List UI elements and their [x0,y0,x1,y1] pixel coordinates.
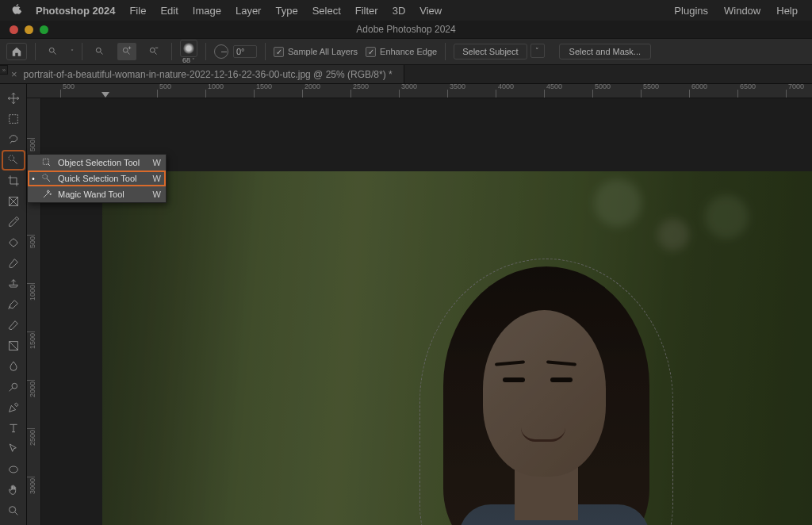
svg-point-9 [12,383,17,389]
zoom-tool[interactable] [2,501,25,520]
eyedropper-tool[interactable] [2,213,25,232]
svg-rect-4 [9,115,17,124]
magic-wand-icon [40,188,53,201]
enhance-edge-checkbox[interactable]: ✓Enhance Edge [366,47,437,57]
svg-point-2 [123,48,128,52]
apple-menu[interactable] [11,3,21,17]
flyout-object-selection[interactable]: Object Selection Tool W [28,155,166,171]
svg-point-13 [43,174,48,179]
path-selection-tool[interactable] [2,439,25,458]
menu-help[interactable]: Help [776,5,798,17]
pen-tool[interactable] [2,398,25,417]
healing-brush-tool[interactable] [2,233,25,252]
brush-angle-input[interactable] [233,45,257,58]
tools-panel: Object Selection Tool W • Quick Selectio… [0,84,27,525]
frame-tool[interactable] [2,192,25,211]
dodge-tool[interactable] [2,377,25,397]
menu-select[interactable]: Select [312,5,341,17]
svg-point-3 [150,48,155,52]
flyout-magic-wand[interactable]: Magic Wand Tool W [28,186,166,202]
app-name[interactable]: Photoshop 2024 [36,5,115,17]
eraser-tool[interactable] [2,316,25,335]
ruler-marker [102,92,109,98]
window-zoom-button[interactable] [40,25,48,34]
close-tab-icon[interactable]: × [11,68,17,80]
brush-picker[interactable]: 68 ˅ [180,40,197,64]
menu-image[interactable]: Image [193,5,221,17]
blur-tool[interactable] [2,357,25,376]
type-tool[interactable] [2,419,25,438]
select-and-mask-button[interactable]: Select and Mask... [559,44,652,59]
window-title: Adobe Photoshop 2024 [356,24,455,35]
lasso-tool[interactable] [2,130,25,149]
panel-expand-toggle[interactable]: ›› [0,65,8,75]
window-titlebar: Adobe Photoshop 2024 [0,21,812,38]
menu-type[interactable]: Type [275,5,297,17]
history-brush-tool[interactable] [2,295,25,314]
home-icon [11,46,22,57]
window-minimize-button[interactable] [25,25,33,34]
svg-point-1 [96,48,101,52]
svg-rect-7 [9,238,17,247]
menu-edit[interactable]: Edit [160,5,178,17]
brush-tool[interactable] [2,254,25,273]
home-button[interactable] [6,43,27,60]
svg-point-11 [9,507,15,513]
document-tab-row: × portrait-of-a-beautiful-woman-in-natur… [0,65,812,84]
move-tool[interactable] [2,89,25,108]
tool-preset-picker[interactable] [44,43,63,60]
gradient-tool[interactable] [2,336,25,355]
menu-view[interactable]: View [419,5,442,17]
menu-plugins[interactable]: Plugins [674,5,708,17]
quick-selection-tool[interactable] [2,151,25,170]
quick-selection-icon [40,172,53,185]
shape-tool[interactable] [2,460,25,479]
menu-filter[interactable]: Filter [355,5,378,17]
select-subject-button[interactable]: Select Subject [454,44,527,59]
document-tab-label: portrait-of-a-beautiful-woman-in-nature-… [24,69,393,80]
clone-stamp-tool[interactable] [2,274,25,293]
sample-all-layers-checkbox[interactable]: ✓Sample All Layers [274,47,358,57]
options-bar: ˅ 68 ˅ ✓Sample All Layers ✓Enhance Edge … [0,38,812,65]
document-tab[interactable]: × portrait-of-a-beautiful-woman-in-natur… [0,65,404,83]
apple-logo-icon [11,3,21,15]
object-selection-icon [40,156,53,169]
menu-window[interactable]: Window [724,5,760,17]
svg-point-5 [9,155,14,161]
hand-tool[interactable] [2,481,25,500]
brush-angle-dial[interactable] [214,44,228,59]
horizontal-ruler[interactable]: 500 500 1000 1500 2000 2500 3000 3500 40… [27,84,812,98]
flyout-quick-selection[interactable]: • Quick Selection Tool W [28,171,166,186]
selection-tool-flyout: Object Selection Tool W • Quick Selectio… [27,154,167,203]
menu-layer[interactable]: Layer [236,5,262,17]
svg-point-0 [49,48,54,52]
subtract-from-selection-button[interactable] [144,43,163,60]
crop-tool[interactable] [2,171,25,190]
add-to-selection-button[interactable] [117,43,136,60]
brush-size-value: 68 [182,56,190,64]
select-subject-dropdown[interactable]: ˅ [530,44,545,58]
new-selection-button[interactable] [90,43,109,60]
marquee-tool[interactable] [2,109,25,128]
document-image [102,171,812,525]
menu-3d[interactable]: 3D [393,5,406,17]
window-close-button[interactable] [10,25,18,34]
svg-point-10 [9,466,17,473]
mac-menubar: Photoshop 2024 File Edit Image Layer Typ… [0,0,812,21]
menu-file[interactable]: File [129,5,146,17]
